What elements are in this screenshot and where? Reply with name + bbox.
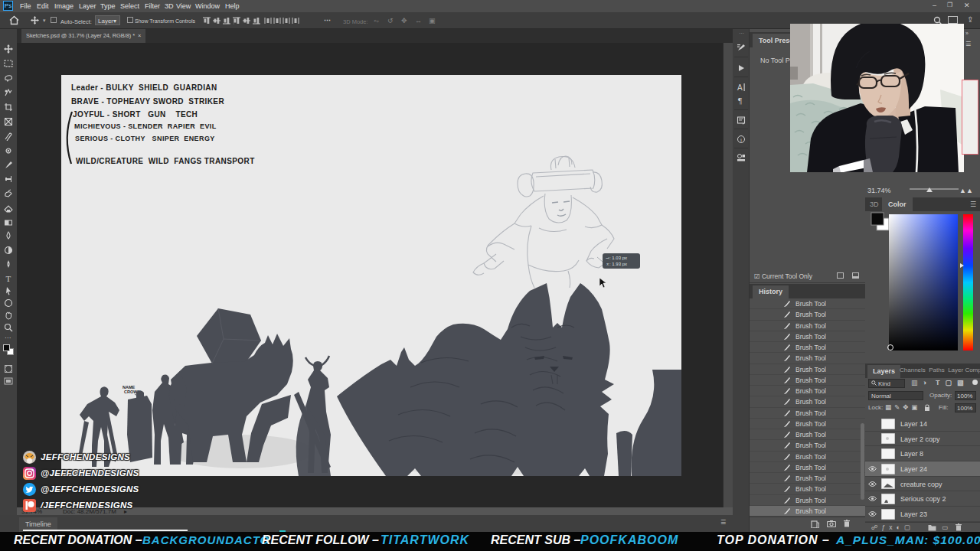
svg-text:A: A [737,83,743,92]
svg-text:⌅: 1.93 px: ⌅: 1.93 px [606,262,627,266]
svg-text:SERIOUS - CLOTHY SNIPER ENE: SERIOUS - CLOTHY SNIPER ENERGY [75,135,215,142]
svg-text:T: T [6,274,11,283]
svg-text:JOYFUL - SHORT GUN TECH: JOYFUL - SHORT GUN TECH [73,110,198,119]
svg-text:WILD/CREATURE WILD FANGS TRA: WILD/CREATURE WILD FANGS TRANSPORT [76,157,255,165]
svg-text:Leader - BULKY SHIELD GUARDI: Leader - BULKY SHIELD GUARDIAN [71,83,217,92]
svg-text:¶: ¶ [738,96,742,105]
svg-text:BRAVE - TOPHEAVY SWORD STRIKE: BRAVE - TOPHEAVY SWORD STRIKER [71,97,224,106]
svg-text:⇾: 1.03 px: ⇾: 1.03 px [606,256,627,260]
svg-text:i: i [740,137,742,143]
svg-text:MICHIEVOUS - SLENDER RAPIER: MICHIEVOUS - SLENDER RAPIER EVIL [74,122,217,130]
